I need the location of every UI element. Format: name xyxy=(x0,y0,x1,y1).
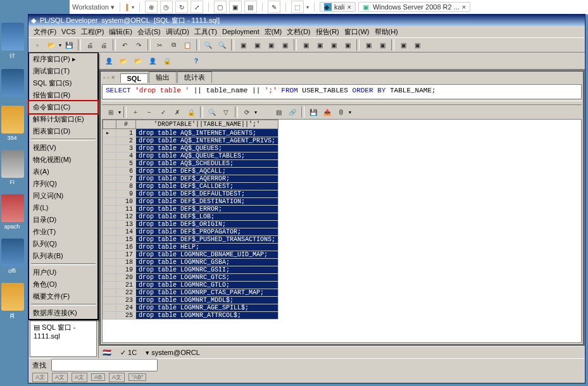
splitter[interactable] xyxy=(102,101,582,105)
new-icon[interactable]: ▫ xyxy=(31,39,44,51)
rollback-icon[interactable]: 📂 xyxy=(132,54,144,67)
tool-icon[interactable]: ▣ xyxy=(265,39,277,51)
search-input[interactable] xyxy=(51,359,158,371)
execute-icon[interactable]: 👤 xyxy=(103,54,115,67)
paste-icon[interactable]: 📋 xyxy=(181,39,194,51)
pause-icon[interactable]: ∥ xyxy=(125,3,129,11)
host-btn[interactable]: ▤ xyxy=(244,1,257,13)
host-btn[interactable]: ◷ xyxy=(160,1,173,13)
menu-item[interactable]: 作业(T) xyxy=(29,226,97,238)
commit-icon[interactable]: 📂 xyxy=(117,54,130,67)
host-btn[interactable]: ⊕ xyxy=(145,1,158,13)
menu-item[interactable]: 程序窗口(P) ▸ xyxy=(29,53,97,65)
redo-icon[interactable]: ↷ xyxy=(132,39,145,51)
menu-item[interactable]: 队列(Q) xyxy=(29,238,97,250)
grid-icon[interactable]: ⊞ xyxy=(104,106,117,118)
help-icon[interactable]: ? xyxy=(190,54,203,67)
menu-item[interactable]: 表(A) xyxy=(29,166,97,178)
menu-item[interactable]: 数据库连接(K) xyxy=(29,307,97,319)
vm-tab-kali[interactable]: ◆kali× xyxy=(320,2,356,12)
refresh-icon[interactable]: ⟳ xyxy=(241,106,253,118)
link-icon[interactable]: 🔗 xyxy=(286,106,299,118)
menu-report[interactable]: 报告(R) xyxy=(313,27,342,37)
grid-cell[interactable]: drop table AQ$_QUEUE_TABLES; xyxy=(136,153,278,160)
grid-cell[interactable]: drop table LOGMNRT_MDDL$; xyxy=(136,297,278,304)
desktop-icon[interactable] xyxy=(1,23,24,51)
grid-cell[interactable]: drop table AQ$_INTERNET_AGENT_PRIVS; xyxy=(136,137,278,145)
host-btn[interactable]: ⬚ xyxy=(291,1,304,13)
window-list-item[interactable]: ▤ SQL 窗口 - 1111.sql xyxy=(31,321,96,341)
menu-item[interactable]: 库(L) xyxy=(29,202,97,214)
menu-session[interactable]: 会话(S) xyxy=(135,27,163,37)
print-icon[interactable]: 🖨 xyxy=(97,39,110,51)
tool-icon[interactable]: ▣ xyxy=(313,39,326,51)
cancel-icon[interactable]: ✗ xyxy=(171,106,184,118)
tool-icon[interactable]: ▣ xyxy=(251,39,263,51)
host-btn[interactable]: ▢ xyxy=(214,1,227,13)
grid-cell[interactable]: drop table DEF$_AQCALL; xyxy=(136,168,278,175)
tool-icon[interactable]: ▣ xyxy=(362,39,375,51)
tab-stats[interactable]: 统计表 xyxy=(177,72,212,83)
grid-cell[interactable]: drop table DEF$_CALLDEST; xyxy=(136,183,278,190)
close-icon[interactable]: × xyxy=(347,3,351,11)
query-icon[interactable]: 🛢 xyxy=(335,106,347,118)
status-btn[interactable]: A文 xyxy=(52,373,68,382)
menu-edit[interactable]: 编辑(E) xyxy=(106,27,135,37)
status-btn[interactable]: "AB" xyxy=(128,373,146,381)
menu-item[interactable]: 同义词(N) xyxy=(29,190,97,202)
host-btn[interactable]: ▣ xyxy=(229,1,242,13)
tool-icon[interactable]: ▣ xyxy=(341,39,354,51)
cut-icon[interactable]: ✂ xyxy=(153,39,166,51)
desktop-icon[interactable] xyxy=(1,194,24,222)
save-icon[interactable]: 💾 xyxy=(63,39,75,51)
menu-item[interactable]: 用户(U) xyxy=(29,266,97,278)
status-btn[interactable]: A文 xyxy=(109,373,125,382)
break-icon[interactable]: 👤 xyxy=(146,54,159,67)
sql-editor[interactable]: SELECT 'drop table ' || table_name || ';… xyxy=(102,84,582,99)
results-grid[interactable]: #'DROPTABLE'||TABLE_NAME||';'▸1drop tabl… xyxy=(102,119,582,343)
print-icon[interactable]: 🖨 xyxy=(84,39,96,51)
fetch-icon[interactable]: ▽ xyxy=(220,106,232,118)
tab-sql[interactable]: SQL xyxy=(120,73,149,83)
menu-item[interactable]: SQL 窗口(S) xyxy=(29,77,97,89)
menu-item[interactable]: 物化视图(M) xyxy=(29,154,97,166)
vm-tab-windows[interactable]: ▣Windows Server 2008 R2 ...× xyxy=(358,2,470,12)
host-btn[interactable]: ↻ xyxy=(175,1,188,13)
menu-project[interactable]: 工程(P) xyxy=(78,27,107,37)
grid-cell[interactable]: drop table LOGMNRC_GTCS; xyxy=(136,274,278,282)
menu-item[interactable]: 测试窗口(T) xyxy=(29,65,97,77)
grid-cell[interactable]: drop table LOGMNRC_GSBA; xyxy=(136,259,278,266)
grid-cell[interactable]: drop table LOGMNR_AGE_SPILL$; xyxy=(136,304,278,312)
grid-cell[interactable]: drop table DEF$_PROPAGATOR; xyxy=(136,228,278,236)
desktop-icon[interactable] xyxy=(1,69,24,97)
menu-file[interactable]: 文件(F) xyxy=(31,27,59,37)
undo-icon[interactable]: ↶ xyxy=(118,39,131,51)
desktop-icon[interactable] xyxy=(1,150,24,178)
menu-item[interactable]: 队列表(B) xyxy=(29,250,97,262)
grid-cell[interactable]: drop table AQ$_SCHEDULES; xyxy=(136,160,278,168)
lock-icon[interactable]: 🔒 xyxy=(185,106,197,118)
grid-cell[interactable]: drop table LOGMNR_ATTRCOL$; xyxy=(136,312,278,320)
grid-cell[interactable]: drop table LOGMNRC_GSII; xyxy=(136,266,278,274)
status-btn[interactable]: A文 xyxy=(72,373,87,382)
menu-item[interactable]: 视图(V) xyxy=(29,142,97,154)
tool-icon[interactable]: ▣ xyxy=(411,39,423,51)
menu-tools[interactable]: 工具(T) xyxy=(192,27,220,37)
menu-item[interactable]: 解释计划窗口(E) xyxy=(29,113,97,125)
find-icon[interactable]: 🔍 xyxy=(202,39,215,51)
export-icon[interactable]: 📤 xyxy=(321,106,334,118)
tab-output[interactable]: 输出 xyxy=(149,72,177,83)
findnext-icon[interactable]: 🔍 xyxy=(216,39,228,51)
tool-icon[interactable]: ▣ xyxy=(376,39,389,51)
menu-item[interactable]: 命令窗口(C) xyxy=(29,101,97,113)
grid-cell[interactable]: drop table AQ$_QUEUES; xyxy=(136,145,278,153)
grid-cell[interactable]: drop table DEF$_ERROR; xyxy=(136,206,278,213)
grid-cell[interactable]: drop table LOGMNRP_CTAS_PART_MAP; xyxy=(136,289,278,297)
status-btn[interactable]: AB xyxy=(91,373,105,381)
grid-cell[interactable]: drop table DEF$_PUSHED_TRANSACTIONS; xyxy=(136,236,278,244)
tool-icon[interactable]: ▣ xyxy=(299,39,312,51)
grid-cell[interactable]: drop table DEF$_DEFAULTDEST; xyxy=(136,190,278,198)
menu-item[interactable]: 概要文件(F) xyxy=(29,290,97,302)
open-icon[interactable]: 📂 xyxy=(45,39,58,51)
del-row-icon[interactable]: − xyxy=(143,106,156,118)
